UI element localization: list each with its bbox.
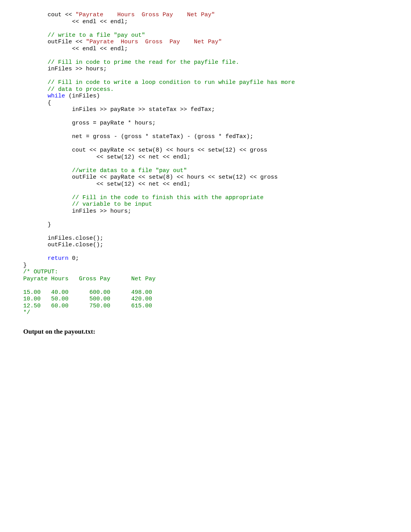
paren: ) xyxy=(170,174,173,181)
operator: << xyxy=(176,174,183,181)
comment: // variable to be input xyxy=(72,201,152,208)
identifier-setw: setw xyxy=(208,147,222,153)
paren: ) xyxy=(159,147,163,153)
operator: << xyxy=(166,147,173,153)
output-comment-line: 12.50 60.00 750.00 615.00 xyxy=(23,303,152,309)
operator: * xyxy=(145,133,149,140)
identifier-net: net xyxy=(149,154,159,160)
code-block: cout << "Payrate Hours Gross Pay Net Pay… xyxy=(23,12,388,316)
paren: ) xyxy=(243,174,246,181)
identifier-gross: gross xyxy=(72,120,89,126)
operator: - xyxy=(114,133,117,140)
operator: >> xyxy=(100,106,107,113)
semicolon: ; xyxy=(124,19,128,25)
paren: ( xyxy=(232,174,236,181)
paren: ) xyxy=(131,154,135,160)
paren: ( xyxy=(222,147,225,153)
operator: >> xyxy=(100,208,107,215)
semicolon: ; xyxy=(75,255,79,262)
identifier-payrate: payRate xyxy=(110,174,135,181)
operator: >> xyxy=(138,106,145,113)
output-comment-header: /* OUTPUT: xyxy=(23,269,58,275)
operator: << xyxy=(100,174,107,181)
operator: << xyxy=(100,19,107,25)
operator: << xyxy=(72,46,79,52)
number: 12 xyxy=(236,174,243,181)
identifier-setw: setw xyxy=(149,174,163,181)
operator: << xyxy=(163,154,170,160)
identifier-setw: setw xyxy=(218,174,232,181)
identifier-payrate: payRate xyxy=(100,147,124,153)
operator: << xyxy=(138,174,145,181)
operator: << xyxy=(239,147,246,153)
identifier-net: net xyxy=(72,133,82,140)
identifier-payrate: payRate xyxy=(100,120,124,126)
identifier-infiles: inFiles xyxy=(48,66,72,72)
string-literal: "Payrate Hours Gross Pay Net Pay" xyxy=(75,12,215,18)
paren: ( xyxy=(121,133,124,140)
operator: << xyxy=(197,147,204,153)
identifier-gross: gross xyxy=(260,174,277,181)
identifier-gross: gross xyxy=(93,133,110,140)
identifier-endl: endl xyxy=(82,19,96,25)
semicolon: ; xyxy=(152,120,156,126)
heading-output-payout: Output on the payout.txt: xyxy=(23,328,388,336)
operator: << xyxy=(96,154,103,160)
comment: // Fill in code to write a loop conditio… xyxy=(48,79,295,86)
operator: >> xyxy=(75,66,82,72)
output-comment-end: */ xyxy=(23,309,30,316)
number: 0 xyxy=(72,255,75,262)
identifier-fedtax: fedTax xyxy=(190,106,211,113)
operator: << xyxy=(72,19,79,25)
identifier-endl: endl xyxy=(110,46,124,52)
operator: << xyxy=(96,181,103,188)
paren: ( xyxy=(121,154,124,160)
string-literal: "Payrate Hours Gross Pay Net Pay" xyxy=(86,39,222,45)
comment: // write to a file "pay out" xyxy=(48,32,145,39)
semicolon: ; xyxy=(103,66,107,72)
identifier-net: net xyxy=(149,181,159,188)
paren: ( xyxy=(163,174,166,181)
identifier-setw: setw xyxy=(138,147,152,153)
comment: // Fill in code to prime the read for th… xyxy=(48,59,239,66)
comment: // Fill in the code to finish this with … xyxy=(72,194,264,201)
paren: ( xyxy=(121,181,124,188)
number: 8 xyxy=(166,174,170,181)
identifier-gross: gross xyxy=(124,133,142,140)
number: 8 xyxy=(156,147,159,153)
identifier-endl: endl xyxy=(173,154,187,160)
method-call: .close(); xyxy=(72,242,103,248)
identifier-infiles: inFiles xyxy=(72,106,96,113)
output-comment-line: Payrate Hours Gross Pay Net Pay xyxy=(23,276,156,282)
comment: // data to process. xyxy=(48,86,114,93)
identifier-endl: endl xyxy=(110,19,124,25)
operator: << xyxy=(208,174,215,181)
output-comment-line: 15.00 40.00 600.00 498.00 xyxy=(23,289,152,296)
semicolon: ; xyxy=(250,133,253,140)
brace-open: { xyxy=(48,100,51,106)
operator: << xyxy=(138,154,145,160)
operator: - xyxy=(187,133,190,140)
semicolon: ; xyxy=(211,106,215,113)
identifier-gross: gross xyxy=(197,133,215,140)
semicolon: ; xyxy=(187,181,190,188)
operator: * xyxy=(128,120,131,126)
identifier-hours: hours xyxy=(135,120,152,126)
operator: << xyxy=(138,181,145,188)
operator: << xyxy=(163,181,170,188)
identifier-infiles: inFiles xyxy=(72,208,96,215)
page: cout << "Payrate Hours Gross Pay Net Pay… xyxy=(0,0,411,532)
identifier-hours: hours xyxy=(176,147,194,153)
semicolon: ; xyxy=(124,46,128,52)
operator: << xyxy=(128,147,135,153)
number: 12 xyxy=(225,147,232,153)
method-call: .close(); xyxy=(72,235,103,242)
identifier-setw: setw xyxy=(107,154,121,160)
keyword-return: return xyxy=(48,255,68,262)
operator: << xyxy=(89,147,96,153)
identifier-payrate: payRate xyxy=(110,106,135,113)
identifier-statetax: stateTax xyxy=(149,106,176,113)
identifier-fedtax: fedTax xyxy=(225,133,246,140)
identifier-hours: hours xyxy=(187,174,204,181)
paren: ) xyxy=(96,93,100,99)
